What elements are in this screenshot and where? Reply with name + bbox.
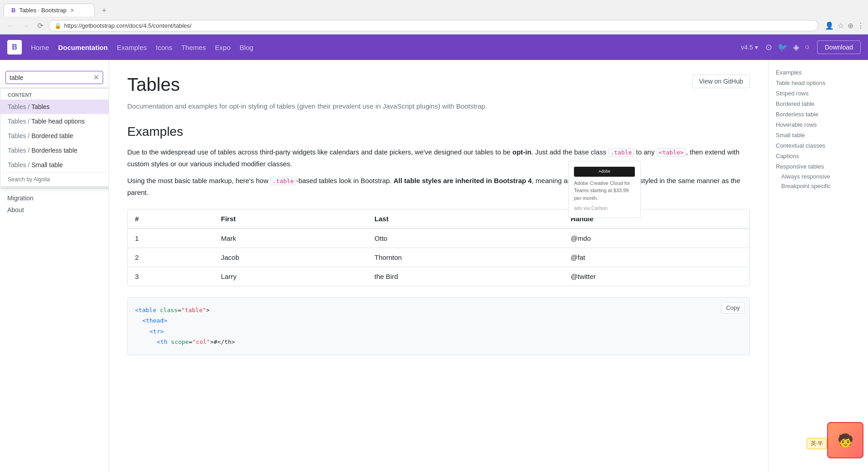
- back-button[interactable]: ←: [4, 21, 16, 31]
- copy-button[interactable]: Copy: [721, 302, 745, 313]
- ad-footer: ads via Carbon: [574, 204, 635, 212]
- main-header: View on GitHub Tables Documentation and …: [127, 75, 750, 110]
- sidebar-item-about[interactable]: About: [0, 204, 109, 216]
- github-icon[interactable]: ⊙: [765, 42, 772, 52]
- toc-item-hoverable-rows[interactable]: Hoverable rows: [776, 119, 861, 130]
- row-2-handle: @fat: [564, 248, 749, 267]
- toc-item-small-table[interactable]: Small table: [776, 130, 861, 140]
- row-3-last: the Bird: [367, 267, 564, 286]
- bootstrap-logo: B: [7, 40, 22, 55]
- nav-documentation[interactable]: Documentation: [58, 42, 108, 53]
- sidebar-search-area: ✕ Content Tables / Tables Tables / Table…: [0, 67, 109, 88]
- twitter-icon[interactable]: 🐦: [778, 42, 788, 52]
- table-head: # First Last Handle: [128, 209, 749, 229]
- table-row: 2 Jacob Thornton @fat: [128, 248, 749, 267]
- profile-icon[interactable]: 👤: [825, 21, 834, 30]
- sidebar: ✕ Content Tables / Tables Tables / Table…: [0, 60, 109, 472]
- row-1-handle: @mdo: [564, 229, 749, 248]
- ad-text: Adobe Creative Cloud for Teams starting …: [574, 179, 635, 202]
- nav-themes[interactable]: Themes: [181, 42, 206, 53]
- row-2-first: Jacob: [214, 248, 367, 267]
- search-result-table-head[interactable]: Tables / Table head options: [0, 114, 109, 129]
- ad-widget: Adobe Adobe Creative Cloud for Teams sta…: [568, 161, 641, 218]
- row-2-last: Thornton: [367, 248, 564, 267]
- lock-icon: 🔒: [55, 23, 61, 29]
- code-attr-class: class: [160, 307, 178, 313]
- menu-icon[interactable]: ⋮: [857, 21, 864, 30]
- inherited-strong: All table styles are inherited in Bootst…: [394, 177, 532, 184]
- tab-favicon: B: [11, 7, 15, 14]
- main-content: View on GitHub Tables Documentation and …: [109, 60, 768, 472]
- search-input-wrap[interactable]: ✕: [5, 71, 103, 84]
- address-text: https://getbootstrap.com/docs/4.5/conten…: [64, 22, 191, 29]
- forward-button[interactable]: →: [19, 21, 32, 31]
- refresh-button[interactable]: ⟳: [35, 20, 46, 31]
- examples-paragraph-1: Due to the widespread use of tables acro…: [127, 146, 750, 169]
- view-on-github-link[interactable]: View on GitHub: [692, 75, 750, 88]
- browser-icons: 👤 ☆ ⊕ ⋮: [825, 21, 864, 30]
- col-header-last: Last: [367, 209, 564, 229]
- search-clear-icon[interactable]: ✕: [93, 73, 99, 82]
- table-row: 3 Larry the Bird @twitter: [128, 267, 749, 286]
- search-category-label: Content: [0, 89, 109, 99]
- row-1-last: Otto: [367, 229, 564, 248]
- toc-item-striped-rows[interactable]: Striped rows: [776, 88, 861, 99]
- mascot-image: 🧒: [836, 431, 855, 450]
- sidebar-item-migration[interactable]: Migration: [0, 192, 109, 204]
- nav-blog[interactable]: Blog: [239, 42, 253, 53]
- translate-icon[interactable]: ⊕: [848, 21, 853, 30]
- toc-subitem-always-responsive[interactable]: Always responsive: [776, 172, 861, 181]
- search-input[interactable]: [10, 74, 93, 81]
- examples-section-title: Examples: [127, 124, 750, 139]
- new-tab-button[interactable]: ＋: [96, 3, 112, 17]
- search-result-borderless[interactable]: Tables / Borderless table: [0, 143, 109, 158]
- browser-tab-active[interactable]: B Tables · Bootstrap ✕: [4, 4, 95, 16]
- bootstrap-navbar: B Home Documentation Examples Icons Them…: [0, 35, 868, 60]
- page-layout: ✕ Content Tables / Tables Tables / Table…: [0, 60, 868, 472]
- address-bar[interactable]: 🔒 https://getbootstrap.com/docs/4.5/cont…: [49, 20, 818, 31]
- toc-item-borderless-table[interactable]: Borderless table: [776, 109, 861, 119]
- toc-subitem-breakpoint-specific[interactable]: Breakpoint specific: [776, 181, 861, 191]
- toc-item-captions[interactable]: Captions: [776, 151, 861, 161]
- nav-home[interactable]: Home: [31, 42, 49, 53]
- lang-badge-text: 英·半: [811, 440, 823, 447]
- search-result-bordered[interactable]: Tables / Bordered table: [0, 129, 109, 143]
- examples-paragraph-2: Using the most basic table markup, here'…: [127, 175, 750, 198]
- toc-item-responsive-tables[interactable]: Responsive tables: [776, 161, 861, 172]
- chevron-down-icon: ▾: [755, 44, 758, 51]
- lang-badge[interactable]: 英·半: [807, 438, 827, 449]
- code-val-table: "table": [181, 307, 206, 313]
- col-header-hash: #: [128, 209, 214, 229]
- version-selector[interactable]: v4.5 ▾: [741, 44, 758, 51]
- toc-item-contextual-classes[interactable]: Contextual classes: [776, 140, 861, 151]
- nav-icons[interactable]: Icons: [156, 42, 172, 53]
- toc-item-bordered-table[interactable]: Bordered table: [776, 99, 861, 109]
- table-head-row: # First Last Handle: [128, 209, 749, 229]
- toc-item-table-head-options[interactable]: Table head options: [776, 78, 861, 88]
- slack-icon[interactable]: ◈: [793, 42, 799, 52]
- page-title: Tables: [127, 75, 750, 95]
- search-result-small[interactable]: Tables / Small table: [0, 158, 109, 172]
- table-class-code-2: .table: [270, 177, 296, 185]
- open-collective-icon[interactable]: ○: [805, 42, 810, 52]
- opt-in-strong: opt-in: [513, 148, 532, 156]
- row-3-handle: @twitter: [564, 267, 749, 286]
- browser-toolbar: ← → ⟳ 🔒 https://getbootstrap.com/docs/4.…: [0, 17, 868, 34]
- nav-examples[interactable]: Examples: [117, 42, 147, 53]
- download-button[interactable]: Download: [817, 40, 861, 54]
- row-3-num: 3: [128, 267, 214, 286]
- browser-tabs: B Tables · Bootstrap ✕ ＋: [0, 0, 868, 17]
- nav-expo[interactable]: Expo: [215, 42, 230, 53]
- sidebar-divider-2: [0, 188, 109, 189]
- search-result-tables-tables[interactable]: Tables / Tables: [0, 99, 109, 114]
- col-header-first: First: [214, 209, 367, 229]
- navbar-right: v4.5 ▾ ⊙ 🐦 ◈ ○ Download: [741, 40, 861, 54]
- mascot-widget[interactable]: 🧒: [827, 422, 863, 458]
- example-table: # First Last Handle 1 Mark Otto @mdo 2: [128, 209, 749, 286]
- navbar-social-icons: ⊙ 🐦 ◈ ○: [765, 42, 810, 52]
- search-dropdown: Content Tables / Tables Tables / Table h…: [0, 88, 109, 187]
- tab-close-icon[interactable]: ✕: [70, 7, 75, 14]
- toc-item-examples[interactable]: Examples: [776, 67, 861, 78]
- table-class-code: .table: [608, 148, 634, 157]
- star-icon[interactable]: ☆: [838, 21, 844, 30]
